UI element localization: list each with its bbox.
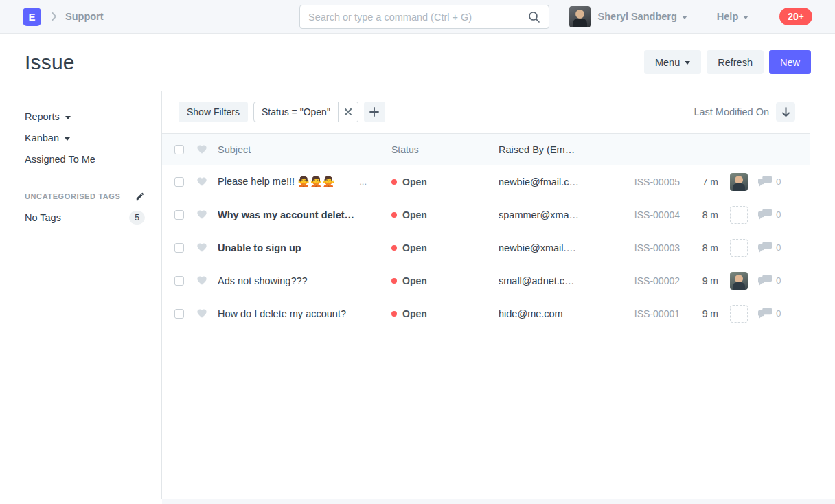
app-logo[interactable]: E [23,8,41,26]
sidebar-item-label: Reports [25,111,60,122]
comment-count: 0 [758,308,790,319]
row-checkbox[interactable] [174,243,184,253]
issue-status: Open [391,308,499,319]
row-checkbox[interactable] [174,276,184,286]
assignee-avatar-placeholder[interactable] [730,206,748,224]
global-search-bar [299,5,549,29]
search-input[interactable] [308,12,528,23]
liked-filter-heart-icon[interactable] [196,144,207,154]
comment-icon [758,242,772,253]
status-open-dot [391,311,397,317]
sidebar-item-kanban[interactable]: Kanban [25,130,145,146]
issue-subject[interactable]: Why was my account delet… [218,209,391,220]
list-footer-strip [162,499,835,504]
sidebar-item-no-tags[interactable]: No Tags 5 [25,211,145,225]
issue-subject[interactable]: Ads not showing??? [218,275,391,286]
caret-down-icon [743,16,748,19]
refresh-button-label: Refresh [718,57,753,68]
edit-tags-button[interactable] [135,192,145,201]
issue-status: Open [391,242,499,253]
issue-modified-time: 8 m [680,242,718,253]
issue-list: Subject Status Raised By (Em… [162,133,810,330]
assignee-avatar[interactable] [730,173,748,191]
refresh-button[interactable]: Refresh [707,50,764,74]
filter-group: Show Filters Status = "Open" [179,102,385,122]
sort-direction-button[interactable] [776,102,795,122]
like-heart-icon[interactable] [196,242,207,253]
comment-count: 0 [758,275,790,286]
issue-id: ISS-00001 [597,308,680,319]
caret-down-icon [682,16,687,19]
issue-row: Why was my account delet… Open spammer@x… [162,198,810,231]
add-filter-button[interactable] [364,102,385,122]
like-heart-icon[interactable] [196,176,207,187]
comment-count: 0 [758,209,790,220]
issue-modified-time: 9 m [680,275,718,286]
row-checkbox[interactable] [174,177,184,187]
page-actions: Menu Refresh New [644,50,811,74]
app-logo-letter: E [28,11,35,23]
user-name: Sheryl Sandberg [598,11,677,22]
caret-down-icon [65,116,71,119]
issue-id: ISS-00005 [597,176,680,187]
navbar-right: Sheryl Sandberg Help 20+ [569,6,812,27]
issue-id: ISS-00003 [597,242,680,253]
row-checkbox[interactable] [174,309,184,319]
sort-field-selector[interactable]: Last Modified On [694,106,769,117]
sidebar-item-label: Kanban [25,133,59,144]
issue-status: Open [391,209,499,220]
tags-section-header: UNCATEGORISED TAGS [25,192,145,201]
like-heart-icon[interactable] [196,209,207,220]
caret-down-icon [65,137,70,141]
row-checkbox[interactable] [174,210,184,220]
select-all-checkbox[interactable] [174,145,184,154]
issue-subject[interactable]: Unable to sign up [218,242,391,253]
issue-raised-by: newbie@fmail.c… [499,176,597,187]
comment-icon [758,308,772,319]
help-menu[interactable]: Help [717,11,748,22]
user-menu[interactable]: Sheryl Sandberg [598,11,687,22]
menu-button-label: Menu [655,57,680,68]
user-avatar[interactable] [569,6,591,27]
new-button-label: New [780,57,800,68]
issue-id: ISS-00002 [597,275,680,286]
column-header-raised-by: Raised By (Em… [499,144,597,155]
comment-count: 0 [758,176,790,187]
sidebar-item-reports[interactable]: Reports [25,109,145,124]
tags-section-title: UNCATEGORISED TAGS [25,192,120,201]
tag-label: No Tags [25,212,61,223]
sidebar-item-assigned-to-me[interactable]: Assigned To Me [25,152,145,167]
caret-down-icon [685,61,690,65]
issue-status: Open [391,275,499,286]
breadcrumb-support[interactable]: Support [65,11,104,22]
issue-modified-time: 8 m [680,209,718,220]
page-head: Issue Menu Refresh New [0,34,835,91]
tag-count-badge: 5 [129,211,145,225]
issue-modified-time: 9 m [680,308,718,319]
issue-modified-time: 7 m [680,176,718,187]
like-heart-icon[interactable] [196,275,207,286]
navbar: E Support Sheryl Sandberg Help 20+ [0,0,835,34]
issue-row: Ads not showing??? Open small@adnet.c… I… [162,264,810,297]
menu-button[interactable]: Menu [644,50,701,74]
active-filter-label[interactable]: Status = "Open" [254,102,338,122]
new-button[interactable]: New [769,50,811,74]
notifications-badge[interactable]: 20+ [779,8,812,25]
show-filters-button[interactable]: Show Filters [179,102,248,122]
comment-count: 0 [758,242,790,253]
assignee-avatar[interactable] [730,272,748,290]
sidebar-item-label: Assigned To Me [25,154,95,165]
chevron-right-icon [51,12,57,21]
like-heart-icon[interactable] [196,308,207,319]
issue-subject[interactable]: Please help me!!! 🙅🙅🙅 ... [218,176,391,187]
comment-icon [758,176,772,187]
issue-row: Unable to sign up Open newbie@xmail.… IS… [162,231,810,264]
active-filter-pill: Status = "Open" [253,102,358,122]
page-title: Issue [25,51,75,74]
issue-raised-by: hide@me.com [499,308,597,319]
remove-filter-button[interactable] [338,102,358,122]
issue-subject[interactable]: How do I delete my account? [218,308,391,319]
search-icon [528,11,540,23]
assignee-avatar-placeholder[interactable] [730,305,748,323]
assignee-avatar-placeholder[interactable] [730,239,748,257]
